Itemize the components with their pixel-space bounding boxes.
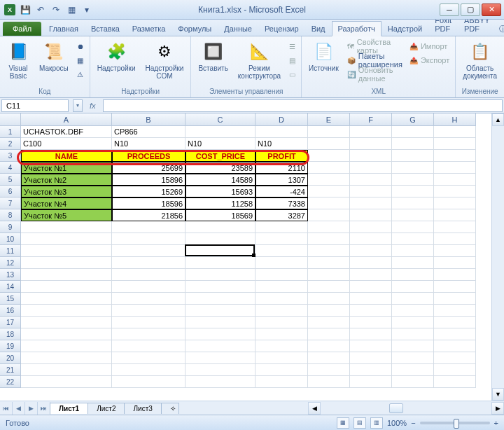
qat-undo-icon[interactable]: ↶ <box>34 3 48 17</box>
cell-A17[interactable] <box>21 317 112 328</box>
cell-B7[interactable]: 18596 <box>112 197 186 209</box>
name-box-dropdown[interactable]: ▾ <box>73 99 83 112</box>
cell-D6[interactable]: -424 <box>255 186 308 197</box>
cell-F3[interactable] <box>350 150 392 162</box>
cell-G7[interactable] <box>392 197 434 209</box>
refresh-data-button[interactable]: 🔄 Обновить данные <box>346 67 404 81</box>
cell-B8[interactable]: 21856 <box>112 209 186 221</box>
qat-save-icon[interactable]: 💾 <box>18 3 32 17</box>
cell-C2[interactable]: N10 <box>186 138 255 150</box>
cell-H12[interactable] <box>434 257 476 269</box>
cell-F13[interactable] <box>350 269 392 281</box>
col-header-A[interactable]: A <box>21 113 112 126</box>
row-header-21[interactable]: 21 <box>0 364 21 376</box>
cell-E1[interactable] <box>308 126 350 138</box>
cell-E12[interactable] <box>308 257 350 269</box>
cell-F10[interactable] <box>350 233 392 245</box>
sheet-tab-2[interactable]: Лист2 <box>88 403 125 414</box>
cell-A13[interactable] <box>21 269 112 281</box>
cell-B2[interactable]: N10 <box>112 138 186 150</box>
source-button[interactable]: 📄Источник <box>306 39 342 74</box>
cell-D1[interactable] <box>255 126 308 138</box>
sheet-nav-prev[interactable]: ◀ <box>13 402 25 415</box>
tab-data[interactable]: Данные <box>218 21 258 36</box>
cell-A15[interactable] <box>21 293 112 305</box>
cell-C21[interactable] <box>186 364 255 376</box>
minimize-button[interactable]: ─ <box>440 4 459 16</box>
view-normal-icon[interactable]: ▦ <box>337 417 349 429</box>
cell-A19[interactable] <box>21 340 112 352</box>
cell-G22[interactable] <box>392 376 434 388</box>
cell-B1[interactable]: CP866 <box>112 126 186 138</box>
cell-G15[interactable] <box>392 293 434 305</box>
col-header-C[interactable]: C <box>186 113 255 126</box>
cell-H21[interactable] <box>434 364 476 376</box>
cell-F15[interactable] <box>350 293 392 305</box>
cell-E21[interactable] <box>308 364 350 376</box>
cell-B10[interactable] <box>112 233 186 245</box>
tab-view[interactable]: Вид <box>305 21 332 36</box>
view-layout-icon[interactable]: ▤ <box>354 417 366 429</box>
col-header-D[interactable]: D <box>255 113 308 126</box>
row-header-6[interactable]: 6 <box>0 186 21 197</box>
cell-F17[interactable] <box>350 317 392 328</box>
cell-D12[interactable] <box>255 257 308 269</box>
cell-H19[interactable] <box>434 340 476 352</box>
cell-E7[interactable] <box>308 197 350 209</box>
cell-A9[interactable] <box>21 221 112 233</box>
cell-C8[interactable]: 18569 <box>186 209 255 221</box>
cell-B6[interactable]: 15269 <box>112 186 186 197</box>
cell-C5[interactable]: 14589 <box>186 174 255 186</box>
cell-D10[interactable] <box>255 233 308 245</box>
cell-B4[interactable]: 25699 <box>112 162 186 174</box>
cell-E4[interactable] <box>308 162 350 174</box>
cell-E17[interactable] <box>308 317 350 328</box>
cell-E13[interactable] <box>308 269 350 281</box>
cell-B12[interactable] <box>112 257 186 269</box>
fx-button[interactable]: fx <box>87 102 99 110</box>
cell-B5[interactable]: 15896 <box>112 174 186 186</box>
cell-B3[interactable]: PROCEEDS <box>112 150 186 162</box>
cell-F16[interactable] <box>350 305 392 317</box>
row-header-12[interactable]: 12 <box>0 257 21 269</box>
close-button[interactable]: ✕ <box>482 4 501 16</box>
cell-C1[interactable] <box>186 126 255 138</box>
insert-control-button[interactable]: 🔲Вставить <box>195 39 230 74</box>
row-header-2[interactable]: 2 <box>0 138 21 150</box>
cell-D4[interactable]: 2110 <box>255 162 308 174</box>
cell-D11[interactable] <box>255 245 308 257</box>
cell-A10[interactable] <box>21 233 112 245</box>
cell-E5[interactable] <box>308 174 350 186</box>
addins-button[interactable]: 🧩Надстройки <box>94 39 139 74</box>
cell-F19[interactable] <box>350 340 392 352</box>
cell-G5[interactable] <box>392 174 434 186</box>
cell-H9[interactable] <box>434 221 476 233</box>
cell-G10[interactable] <box>392 233 434 245</box>
map-properties-button[interactable]: 🗺 Свойства карты <box>346 39 404 53</box>
cell-H18[interactable] <box>434 328 476 340</box>
vertical-scrollbar[interactable]: ▲ ▼ <box>491 113 504 401</box>
cell-B11[interactable] <box>112 245 186 257</box>
tab-layout[interactable]: Разметка <box>126 21 172 36</box>
tab-addins[interactable]: Надстрой <box>382 21 428 36</box>
tab-formulas[interactable]: Формулы <box>172 21 218 36</box>
run-dialog-button[interactable]: ▭ <box>288 67 297 81</box>
cell-E19[interactable] <box>308 340 350 352</box>
cell-E22[interactable] <box>308 376 350 388</box>
row-header-7[interactable]: 7 <box>0 197 21 209</box>
cell-C13[interactable] <box>186 269 255 281</box>
row-header-17[interactable]: 17 <box>0 317 21 328</box>
com-addins-button[interactable]: ⚙Надстройки COM <box>143 39 187 81</box>
cell-E20[interactable] <box>308 352 350 364</box>
cell-D7[interactable]: 7338 <box>255 197 308 209</box>
sheet-nav-next[interactable]: ▶ <box>25 402 38 415</box>
cell-C9[interactable] <box>186 221 255 233</box>
cell-G20[interactable] <box>392 352 434 364</box>
hscroll-thumb[interactable] <box>389 403 403 413</box>
cell-D18[interactable] <box>255 328 308 340</box>
cell-F14[interactable] <box>350 281 392 293</box>
cell-B22[interactable] <box>112 376 186 388</box>
cell-F4[interactable] <box>350 162 392 174</box>
cell-G2[interactable] <box>392 138 434 150</box>
export-button[interactable]: 📤 Экспорт <box>408 53 451 67</box>
